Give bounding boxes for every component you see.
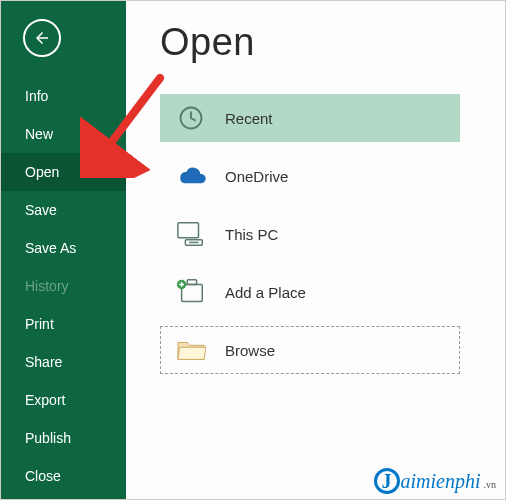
sidebar-item-print[interactable]: Print bbox=[1, 305, 126, 343]
option-label: Browse bbox=[225, 342, 275, 359]
sidebar-item-save[interactable]: Save bbox=[1, 191, 126, 229]
sidebar-item-info[interactable]: Info bbox=[1, 77, 126, 115]
open-options: Recent OneDrive This P bbox=[160, 94, 460, 374]
back-button[interactable] bbox=[23, 19, 61, 57]
folder-icon bbox=[175, 334, 207, 366]
sidebar-item-share[interactable]: Share bbox=[1, 343, 126, 381]
option-this-pc[interactable]: This PC bbox=[160, 210, 460, 258]
monitor-icon bbox=[175, 218, 207, 250]
page-title: Open bbox=[160, 21, 487, 64]
option-browse[interactable]: Browse bbox=[160, 326, 460, 374]
arrow-left-icon bbox=[33, 29, 51, 47]
sidebar-item-new[interactable]: New bbox=[1, 115, 126, 153]
file-sidebar: Info New Open Save Save As History Print… bbox=[1, 1, 126, 499]
option-label: Recent bbox=[225, 110, 273, 127]
cloud-icon bbox=[175, 160, 207, 192]
svg-rect-1 bbox=[178, 223, 199, 238]
add-place-icon bbox=[175, 276, 207, 308]
sidebar-item-open[interactable]: Open bbox=[1, 153, 126, 191]
clock-icon bbox=[175, 102, 207, 134]
option-add-place[interactable]: Add a Place bbox=[160, 268, 460, 316]
sidebar-item-publish[interactable]: Publish bbox=[1, 419, 126, 457]
option-label: OneDrive bbox=[225, 168, 288, 185]
svg-rect-5 bbox=[187, 280, 196, 285]
option-label: Add a Place bbox=[225, 284, 306, 301]
sidebar-item-save-as[interactable]: Save As bbox=[1, 229, 126, 267]
sidebar-item-export[interactable]: Export bbox=[1, 381, 126, 419]
backstage-view: Info New Open Save Save As History Print… bbox=[0, 0, 506, 500]
sidebar-item-close[interactable]: Close bbox=[1, 457, 126, 495]
sidebar-menu: Info New Open Save Save As History Print… bbox=[1, 77, 126, 495]
sidebar-item-history: History bbox=[1, 267, 126, 305]
option-onedrive[interactable]: OneDrive bbox=[160, 152, 460, 200]
option-recent[interactable]: Recent bbox=[160, 94, 460, 142]
main-panel: Open Recent OneDrive bbox=[126, 1, 505, 499]
option-label: This PC bbox=[225, 226, 278, 243]
